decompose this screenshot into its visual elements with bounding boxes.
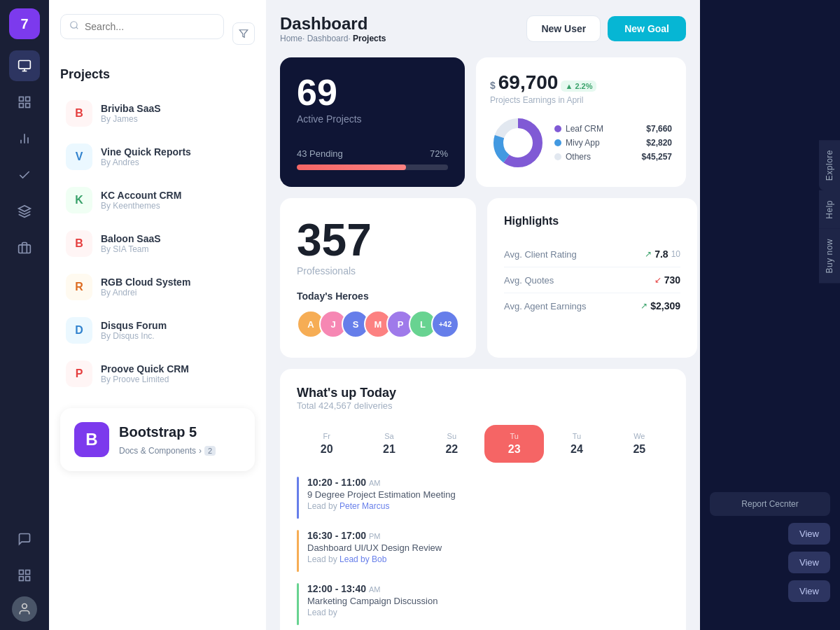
project-item[interactable]: P Proove Quick CRM By Proove Limited [60,354,255,394]
earnings-card: $ 69,700 ▲ 2.2% Projects Earnings in Apr… [476,57,686,187]
donut-chart [490,115,546,171]
svg-rect-4 [26,97,30,102]
buy-now-tab[interactable]: Buy now [819,229,840,284]
main-content: Dashboard Home· Dashboard· Projects New … [266,0,700,630]
bootstrap-card: B Bootstrap 5 Docs & Components › 2 [60,408,255,471]
svg-rect-15 [20,577,24,581]
professionals-number: 357 [297,218,459,262]
active-projects-bottom: 43 Pending 72% [297,148,448,170]
sidebar-icon-projects[interactable] [9,50,40,81]
svg-marker-19 [239,30,248,38]
page-header: Dashboard Home· Dashboard· Projects New … [280,14,686,43]
hero-avatar: +42 [431,310,459,338]
donut-row: Leaf CRM Mivy App Others $7,660 $2,820 $… [490,115,672,171]
new-goal-button[interactable]: New Goal [608,16,686,41]
event-item: 16:30 - 17:00 PM Dashboard UI/UX Design … [297,530,669,572]
sidebar-icon-briefcase[interactable] [9,232,40,263]
earnings-badge: ▲ 2.2% [561,80,596,92]
report-center-button[interactable]: Report Cecnter [710,492,830,516]
breadcrumb: Home· Dashboard· Projects [280,34,386,43]
pending-info: 43 Pending 72% [297,148,448,159]
new-user-button[interactable]: New User [526,15,601,42]
legend-others: Others [554,152,634,162]
docs-link[interactable]: Docs & Components › 2 [119,446,216,456]
sidebar-icon-layers[interactable] [9,196,40,227]
project-item[interactable]: B Baloon SaaS By SIA Team [60,223,255,264]
svg-line-18 [76,27,78,29]
search-input[interactable] [85,21,215,32]
view-button-1[interactable]: View [788,523,830,545]
progress-bar-bg [297,164,448,170]
calendar-day[interactable]: Su22 [422,425,482,463]
active-projects-number: 69 [297,74,448,111]
legend-mivy-app: Mivy App [554,138,634,148]
svg-rect-5 [26,104,30,108]
heroes-title: Today's Heroes [297,290,459,302]
project-item[interactable]: B Briviba SaaS By James [60,93,255,134]
project-item[interactable]: R RGB Cloud System By Andrei [60,267,255,307]
sidebar-icon-grid2[interactable] [9,560,40,591]
right-bottom: Report Cecnter View View View [710,492,830,616]
svg-rect-6 [20,104,24,108]
sidebar-icon-chart[interactable] [9,123,40,154]
professionals-card: 357 Professionals Today's Heroes AJSMPL+… [280,198,476,358]
schedule-title: What's up Today [297,386,669,400]
cards-row: 69 Active Projects 43 Pending 72% $ 69,7… [280,57,686,187]
view-button-2[interactable]: View [788,552,830,573]
stats-row: 357 Professionals Today's Heroes AJSMPL+… [280,198,686,358]
calendar-day[interactable]: Tu24 [547,425,606,463]
help-tab[interactable]: Help [819,190,840,229]
calendar-day[interactable]: Fr20 [297,425,356,463]
right-panel-content: Explore Help Buy now Report Cecnter View… [700,0,840,630]
event-item: 12:00 - 13:40 AM Marketing Campaign Disc… [297,583,669,625]
search-bar [60,14,224,39]
svg-rect-0 [19,61,31,69]
projects-list: B Briviba SaaS By James V Vine Quick Rep… [60,93,255,397]
highlight-row: Avg. Agent Earnings ↗$2,309 [504,293,680,318]
view-button-3[interactable]: View [788,580,830,602]
svg-rect-12 [20,570,24,575]
schedule-subtitle: Total 424,567 deliveries [297,400,669,411]
filter-button[interactable] [232,22,255,45]
earnings-dollar: $ [490,80,496,91]
calendar-day[interactable]: Tu23 [484,425,544,463]
project-item[interactable]: D Disqus Forum By Disqus Inc. [60,310,255,351]
header-actions: New User New Goal [526,15,686,42]
projects-title: Projects [60,67,255,82]
svg-point-16 [22,604,27,609]
sidebar-user-number[interactable]: 7 [9,8,40,39]
sidebar-icon-check[interactable] [9,160,40,190]
active-projects-label: Active Projects [297,113,448,125]
highlights-title: Highlights [504,215,680,227]
progress-bar-fill [297,164,406,170]
svg-marker-10 [19,206,31,211]
active-projects-card: 69 Active Projects 43 Pending 72% [280,57,465,187]
calendar-day[interactable]: Sa21 [359,425,419,463]
project-item[interactable]: K KC Account CRM By Keenthemes [60,180,255,220]
legend-values: $7,660 $2,820 $45,257 [642,124,672,162]
left-panel: Projects B Briviba SaaS By James V Vine … [49,0,266,630]
heroes-avatars: AJSMPL+42 [297,310,459,338]
sidebar: 7 [0,0,49,630]
project-item[interactable]: V Vine Quick Reports By Andres [60,136,255,177]
explore-tab[interactable]: Explore [819,140,840,190]
sidebar-icon-grid[interactable] [9,87,40,118]
calendar-day[interactable]: We25 [610,425,669,463]
events-list: 10:20 - 11:00 AM 9 Degree Project Estima… [297,477,669,625]
header-left: Dashboard Home· Dashboard· Projects [280,14,386,43]
earnings-number: 69,700 [498,71,559,94]
earnings-amount: $ 69,700 ▲ 2.2% [490,71,672,94]
sidebar-profile-avatar[interactable] [12,596,37,622]
search-icon [69,20,79,33]
search-row [60,14,255,53]
page-title: Dashboard [280,14,386,34]
svg-rect-11 [19,245,31,253]
svg-rect-3 [20,97,24,102]
bootstrap-icon: B [74,422,109,457]
earnings-label: Projects Earnings in April [490,95,672,105]
event-item: 10:20 - 11:00 AM 9 Degree Project Estima… [297,477,669,519]
svg-rect-14 [26,577,30,581]
sidebar-icon-comment[interactable] [9,524,40,554]
professionals-label: Professionals [297,265,459,276]
highlights-card: Highlights Avg. Client Rating ↗7.810 Avg… [487,198,697,358]
